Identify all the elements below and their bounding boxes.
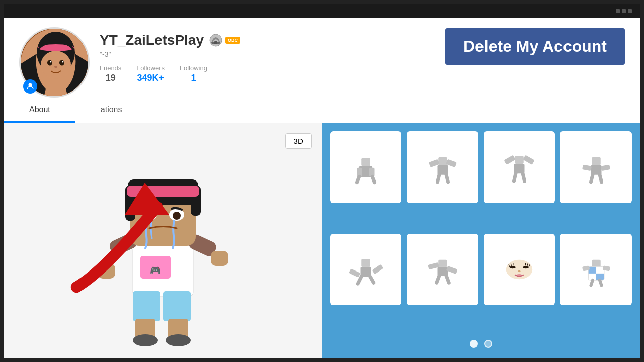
svg-rect-56: [349, 268, 360, 278]
item-card-8[interactable]: [560, 234, 632, 306]
followers-value: 349K+: [137, 73, 164, 83]
tab-creations[interactable]: ations: [75, 98, 147, 123]
svg-point-6: [50, 61, 52, 63]
item-card-6[interactable]: [407, 234, 478, 306]
item-card-2[interactable]: [407, 131, 478, 203]
character-panel: 3D 🎮: [4, 123, 322, 358]
friends-stat[interactable]: Friends 19: [100, 64, 121, 83]
window-controls: [616, 9, 632, 13]
stats-row: Friends 19 Followers 349K+ Following 1: [100, 64, 625, 89]
svg-rect-42: [438, 157, 447, 165]
svg-point-4: [47, 60, 52, 66]
svg-rect-52: [582, 165, 592, 171]
svg-point-63: [518, 270, 521, 273]
item-card-1[interactable]: [330, 131, 402, 203]
obc-label: OBC: [225, 37, 240, 44]
item-card-3[interactable]: [484, 131, 555, 203]
friend-icon: [23, 79, 37, 94]
svg-rect-64: [592, 260, 601, 267]
3d-button[interactable]: 3D: [285, 133, 312, 149]
pagination-dots: [330, 336, 632, 350]
item-card-5[interactable]: [330, 234, 402, 306]
friends-value: 19: [106, 73, 116, 83]
svg-point-2: [41, 51, 71, 79]
dot-2: [622, 9, 626, 13]
profile-header: YT_ZaiLetsPlay: [4, 18, 640, 98]
svg-point-10: [210, 34, 222, 46]
helmet-badge: [209, 33, 223, 47]
followers-label: Followers: [136, 64, 165, 72]
svg-rect-31: [127, 186, 199, 197]
svg-point-7: [62, 61, 64, 63]
obc-badge: OBC: [226, 33, 240, 47]
svg-rect-66: [588, 267, 596, 274]
svg-rect-46: [515, 156, 524, 164]
items-grid: [330, 131, 632, 331]
tab-about[interactable]: About: [4, 98, 75, 123]
svg-point-5: [59, 60, 64, 66]
page-dot-1[interactable]: [470, 340, 478, 348]
item-card-7[interactable]: [484, 234, 555, 306]
svg-point-8: [54, 66, 57, 68]
svg-point-25: [166, 334, 191, 346]
svg-rect-20: [133, 291, 160, 321]
followers-stat[interactable]: Followers 349K+: [136, 64, 165, 83]
svg-rect-18: [98, 263, 115, 279]
items-panel: [322, 123, 640, 358]
svg-rect-57: [372, 264, 383, 274]
svg-rect-48: [504, 155, 516, 165]
main-content: YT_ZaiLetsPlay: [4, 18, 640, 358]
delete-banner-text: Delete My Account: [463, 37, 607, 55]
svg-rect-58: [438, 260, 447, 267]
svg-rect-12: [214, 41, 217, 44]
item-card-4[interactable]: [560, 131, 632, 203]
nav-tabs: About ations: [4, 98, 640, 123]
svg-rect-53: [601, 165, 610, 171]
svg-point-24: [133, 334, 158, 346]
badge-icons: OBC: [209, 33, 240, 47]
following-label: Following: [180, 64, 207, 72]
outer-frame: YT_ZaiLetsPlay: [0, 0, 644, 362]
dot-1: [616, 9, 620, 13]
following-stat[interactable]: Following 1: [180, 64, 207, 83]
top-bar: [4, 4, 640, 18]
friends-label: Friends: [100, 64, 121, 72]
svg-rect-19: [211, 251, 228, 266]
character-avatar: 🎮: [75, 135, 251, 346]
avatar-container: [19, 27, 90, 98]
svg-rect-54: [361, 259, 370, 267]
svg-rect-38: [361, 158, 370, 166]
svg-rect-50: [592, 157, 601, 165]
delete-account-banner: Delete My Account: [445, 28, 625, 65]
svg-text:🎮: 🎮: [150, 265, 162, 276]
following-value: 1: [191, 73, 196, 83]
svg-rect-21: [163, 291, 191, 321]
svg-rect-49: [523, 155, 534, 165]
profile-username: YT_ZaiLetsPlay: [100, 32, 204, 48]
svg-point-35: [173, 212, 181, 220]
svg-point-34: [145, 212, 153, 220]
body-area: 3D 🎮: [4, 123, 640, 358]
dot-3: [628, 9, 632, 13]
page-dot-2[interactable]: [484, 340, 492, 348]
